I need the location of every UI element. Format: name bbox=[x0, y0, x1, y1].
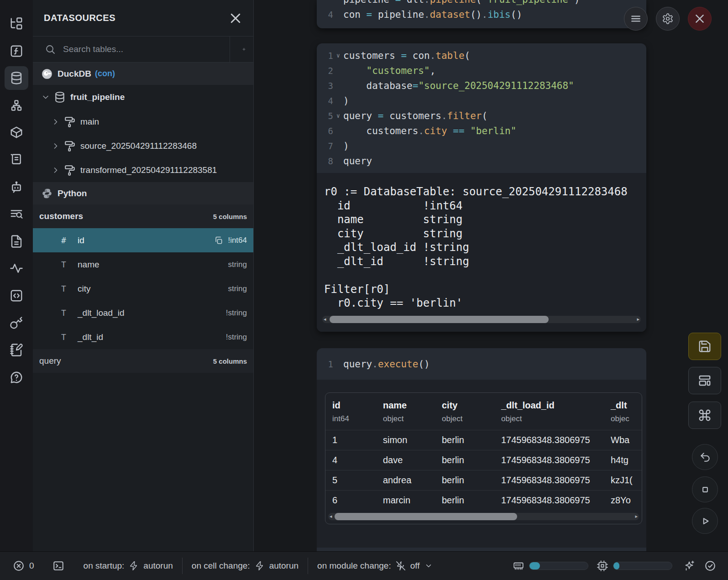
terminal-button[interactable] bbox=[52, 560, 64, 572]
stop-button[interactable] bbox=[692, 476, 718, 502]
scroll-left-arrow[interactable]: ◂ bbox=[330, 513, 332, 519]
notebook-menu-button[interactable] bbox=[624, 7, 648, 31]
add-datasource-button[interactable] bbox=[230, 37, 253, 62]
table-section-query[interactable]: query 5 columns bbox=[33, 349, 253, 373]
rail-item-code-box[interactable] bbox=[5, 284, 28, 308]
code-line[interactable]: 8 query bbox=[317, 153, 646, 168]
df-header-cell[interactable]: _dlt_load_idobject bbox=[501, 400, 611, 423]
circle-check-icon bbox=[704, 560, 716, 572]
df-header-cell[interactable]: idint64 bbox=[332, 400, 383, 423]
column-row-_dlt_load_id[interactable]: T _dlt_load_id !string bbox=[33, 301, 253, 325]
schema-row-source_202504291112283468[interactable]: source_202504291112283468 bbox=[33, 134, 253, 158]
code-line[interactable]: 1 query.execute() bbox=[317, 356, 646, 371]
schema-row-transformed_202504291112283581[interactable]: transformed_202504291112283581 bbox=[33, 158, 253, 182]
runtime-config-on-cell-change[interactable]: on cell change: autorun bbox=[192, 561, 299, 571]
code-line[interactable]: 6 customers.city == "berlin" bbox=[317, 123, 646, 138]
code-line[interactable]: 2 "customers", bbox=[317, 63, 646, 78]
rail-item-notebook-pen[interactable] bbox=[5, 338, 28, 362]
copy-icon[interactable] bbox=[214, 236, 223, 245]
config-label: on cell change: bbox=[192, 561, 250, 571]
code-line[interactable]: 4 ) bbox=[317, 93, 646, 108]
fold-chevron[interactable]: ∨ bbox=[333, 52, 343, 59]
search-tables-input[interactable] bbox=[63, 44, 230, 54]
code-line[interactable]: 7 ) bbox=[317, 138, 646, 153]
layout-toggle-button[interactable] bbox=[688, 367, 721, 394]
close-panel-icon[interactable] bbox=[229, 11, 242, 25]
df-header-cell[interactable]: cityobject bbox=[442, 400, 501, 423]
rail-item-scroll[interactable] bbox=[5, 148, 28, 172]
scroll-right-arrow[interactable]: ▸ bbox=[635, 513, 638, 519]
rail-item-bot[interactable] bbox=[5, 175, 28, 199]
table-row[interactable]: 5andreaberlin1745968348.3806975kzJ1( bbox=[325, 470, 642, 490]
chevron-right-icon bbox=[51, 166, 60, 175]
code-line[interactable]: pipeline = dlt.pipeline("fruit_pipeline"… bbox=[317, 0, 646, 7]
fold-chevron[interactable]: ∨ bbox=[333, 112, 343, 119]
code-line[interactable]: 5 ∨ query = customers.filter( bbox=[317, 108, 646, 123]
connection-status[interactable] bbox=[704, 560, 716, 572]
circle-x-icon bbox=[13, 560, 25, 572]
scrollbar-thumb[interactable] bbox=[335, 513, 517, 520]
rail-item-function-square[interactable] bbox=[5, 39, 28, 63]
table-row[interactable]: 6marcinberlin1745968348.3806975z8Yo bbox=[325, 490, 642, 510]
code-line[interactable]: 3 database="source_202504291112283468" bbox=[317, 78, 646, 93]
undo-button[interactable] bbox=[692, 444, 718, 470]
settings-button[interactable] bbox=[656, 7, 680, 31]
engine-row-duckdb[interactable]: DuckDB (con) bbox=[33, 63, 253, 85]
scrollbar-thumb[interactable] bbox=[330, 316, 549, 323]
df-header-cell[interactable]: _dltobjec bbox=[611, 400, 642, 423]
rail-item-activity[interactable] bbox=[5, 256, 28, 280]
rail-item-network[interactable] bbox=[5, 94, 28, 117]
column-row-_dlt_id[interactable]: T _dlt_id !string bbox=[33, 325, 253, 349]
rail-item-help[interactable] bbox=[5, 366, 28, 389]
table-cell: z8Yo bbox=[611, 495, 642, 506]
scroll-left-arrow[interactable]: ◂ bbox=[324, 316, 326, 322]
chevron-right-icon bbox=[51, 141, 60, 151]
shutdown-button[interactable] bbox=[688, 7, 712, 31]
chevron-down-icon bbox=[424, 562, 433, 570]
code-cell-1[interactable]: pipeline = dlt.pipeline("fruit_pipeline"… bbox=[317, 0, 646, 28]
scroll-right-arrow[interactable]: ▸ bbox=[637, 316, 639, 322]
rail-item-key[interactable] bbox=[5, 311, 28, 335]
cpu-icon bbox=[597, 560, 608, 572]
output-horizontal-scrollbar[interactable]: ◂ ▸ bbox=[322, 316, 641, 323]
table-horizontal-scrollbar[interactable]: ◂ ▸ bbox=[328, 513, 639, 520]
runtime-config-on-module-change[interactable]: on module change: off bbox=[317, 561, 432, 571]
code-cell-2[interactable]: 1 ∨ customers = con.table(2 "customers",… bbox=[317, 43, 646, 332]
errors-indicator[interactable]: 0 bbox=[13, 560, 34, 572]
rail-item-file-text[interactable] bbox=[5, 230, 28, 253]
table-cell: simon bbox=[383, 435, 442, 445]
line-number: 4 bbox=[317, 96, 333, 106]
save-button[interactable] bbox=[688, 333, 721, 360]
database-row[interactable]: fruit_pipeline bbox=[33, 85, 253, 110]
schema-row-main[interactable]: main bbox=[33, 110, 253, 134]
table-row[interactable]: 1simonberlin1745968348.3806975Wba bbox=[325, 430, 642, 450]
keyboard-shortcuts-button[interactable] bbox=[688, 402, 721, 429]
code-line[interactable]: 4 con = pipeline.dataset().ibis() bbox=[317, 7, 646, 22]
ai-assistant-button[interactable] bbox=[683, 560, 695, 572]
cell-3-output: idint64nameobjectcityobject_dlt_load_ido… bbox=[317, 380, 646, 548]
python-section-row[interactable]: Python bbox=[33, 182, 253, 204]
ram-icon bbox=[513, 560, 524, 572]
ibis-expression-repr: r0 := DatabaseTable: source_202504291112… bbox=[317, 173, 646, 314]
rail-item-folder-tree[interactable] bbox=[5, 12, 28, 36]
table-row[interactable]: 4daveberlin1745968348.3806975h4tg bbox=[325, 450, 642, 470]
code-line[interactable]: 1 ∨ customers = con.table( bbox=[317, 48, 646, 63]
chevron-down-icon bbox=[41, 93, 50, 102]
column-row-name[interactable]: T name string bbox=[33, 252, 253, 277]
table-cell: 4 bbox=[332, 455, 383, 465]
column-row-city[interactable]: T city string bbox=[33, 277, 253, 301]
line-number: 1 bbox=[317, 51, 333, 61]
df-header-cell[interactable]: nameobject bbox=[383, 400, 442, 423]
rail-item-database[interactable] bbox=[5, 66, 28, 90]
column-name: _dlt_load_id bbox=[78, 308, 226, 318]
rail-item-list-search[interactable] bbox=[5, 202, 28, 226]
rail-item-box[interactable] bbox=[5, 120, 28, 144]
run-button[interactable] bbox=[692, 508, 718, 534]
table-section-customers[interactable]: customers 5 columns bbox=[33, 204, 253, 228]
column-row-id[interactable]: # id !int64 bbox=[33, 228, 253, 252]
column-name: _dlt_id bbox=[78, 332, 226, 342]
table-cell: 6 bbox=[332, 495, 383, 506]
runtime-config-on-startup[interactable]: on startup: autorun bbox=[84, 561, 173, 571]
code-cell-3[interactable]: 1 query.execute() idint64nameobjectcityo… bbox=[317, 348, 646, 551]
dataframe-table: idint64nameobjectcityobject_dlt_load_ido… bbox=[325, 392, 642, 524]
